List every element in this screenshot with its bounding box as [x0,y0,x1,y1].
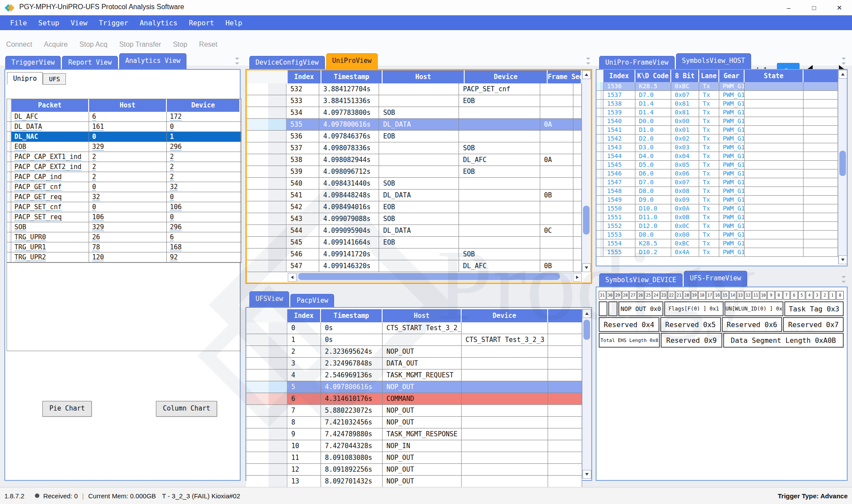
table-row[interactable]: 87.421032456sNOP_OUT [246,417,582,428]
table-row[interactable]: 22.323695624sNOP_OUT [246,346,582,358]
vertical-scrollbar[interactable] [582,70,591,272]
table-row[interactable]: 1552D12.00x0CTxPWM_G1 [597,222,838,231]
table-row[interactable]: 1554K28.50xBCTxPWM_G1 [597,239,838,248]
field-cell[interactable]: NOP OUT 0x0 [618,301,663,316]
table-row[interactable]: 1546D6.00x06TxPWM_G1 [597,169,838,178]
panel-menu-icon[interactable] [234,58,240,63]
table-row[interactable]: 1539D1.40x81TxPWM_G1 [597,108,838,117]
table-row[interactable]: 5374.098078336sSOB [247,142,582,154]
table-row[interactable]: 138.092701432sNOP_OUT [246,476,582,487]
menu-item[interactable]: Trigger [93,19,134,27]
menu-item[interactable]: View [65,19,93,27]
scroll-up-icon[interactable] [838,70,847,79]
toolbar-button[interactable]: Reset [199,41,217,48]
table-row[interactable]: PACP_SET_req1060 [7,212,241,222]
tab[interactable]: UniPro-FrameView [599,56,675,69]
table-row[interactable]: 5414.098448248sDL_DATA0B [247,190,582,201]
vertical-scrollbar[interactable] [838,70,847,264]
scroll-left-icon[interactable] [288,273,297,282]
scroll-down-icon[interactable] [582,263,591,272]
table-row[interactable]: 5474.099146320sDL_AFC0B [247,260,582,272]
table-row[interactable]: 1541D1.00x01TxPWM_G1 [597,126,838,135]
field-cell[interactable]: LUN[WLUN_ID(0) ] 0x2 [724,301,784,316]
table-row[interactable]: 1547D7.00x07TxPWM_G1 [597,178,838,187]
tab[interactable]: SymbolsView_HOST [676,53,752,69]
panel-menu-icon[interactable] [841,58,847,63]
minimize-button[interactable]: – [776,0,801,15]
table-row[interactable]: 5323.884127704sPACP_SET_cnf [247,83,582,95]
panel-menu-icon[interactable] [585,58,591,63]
table-row[interactable]: 75.880223072sNOP_OUT [246,405,582,417]
table-row[interactable]: 5364.097846376sEOB [247,131,582,142]
tab[interactable]: TriggerView [5,56,61,69]
subtab[interactable]: Unipro [7,72,43,85]
table-row[interactable]: 5384.098082944sDL_AFC0A [247,154,582,166]
scrollbar-thumb[interactable] [583,206,590,235]
table-row[interactable]: 1543D3.00x03TxPWM_G1 [597,143,838,152]
horizontal-scrollbar[interactable] [247,272,582,283]
panel-menu-icon[interactable] [841,276,847,281]
tab[interactable]: DeviceConfigView [249,56,325,69]
table-row[interactable]: 5333.884151336sEOB [247,95,582,107]
table-row[interactable]: PACP_SET_cnf0106 [7,202,241,212]
toolbar-button[interactable]: Acquire [44,41,68,48]
toolbar-button[interactable]: Connect [6,41,32,48]
toolbar-button[interactable]: Stop Acq [79,41,107,48]
table-row[interactable]: 1549D9.00x09TxPWM_G1 [597,196,838,204]
menu-item[interactable]: Report [183,19,220,27]
table-row[interactable]: 118.091083080sNOP_OUT [246,452,582,464]
table-row[interactable]: SOB329296 [7,222,241,232]
table-row[interactable]: 5464.099141720sSOB [247,249,582,260]
maximize-button[interactable]: □ [801,0,827,15]
table-row[interactable]: 107.427044328sNOP_IN [246,440,582,452]
field-cell[interactable]: Reserved 0x7 [783,317,844,332]
table-row[interactable]: 5444.099095904sDL_DATA0C [247,225,582,237]
table-row[interactable]: 5434.099079088sSOB [247,213,582,225]
table-row[interactable]: PACP_CAP_EXT2_ind22 [7,162,241,172]
table-row[interactable]: TRG_UPR178168 [7,242,241,252]
field-cell[interactable] [608,301,617,316]
pie-chart-button[interactable]: Pie Chart [42,401,92,417]
table-row[interactable]: 42.546969136sTASK_MGMT_REQUEST [246,369,582,381]
table-row[interactable]: 5394.098096712sEOB [247,166,582,178]
scroll-down-icon[interactable] [583,470,591,479]
field-cell[interactable]: Reserved 0x9 [661,333,722,348]
table-row[interactable]: PACP_GET_req320 [7,192,241,202]
table-row[interactable]: TRG_UPR0266 [7,232,241,242]
scroll-down-icon[interactable] [838,255,847,264]
scroll-up-icon[interactable] [582,70,591,79]
table-row[interactable]: 1545D5.00x05TxPWM_G1 [597,161,838,169]
tab[interactable]: Report View [62,56,117,69]
toolbar-button[interactable]: Stop [173,41,187,48]
table-row[interactable]: 5424.098494016sEOB [247,201,582,213]
table-row[interactable]: 1553D0.00x00TxPWM_G1 [597,231,838,239]
field-cell[interactable]: Reserved 0x4 [599,317,659,332]
toolbar-button[interactable]: Stop Transfer [119,41,161,48]
table-row[interactable]: 5454.099141664sEOB [247,237,582,249]
table-row[interactable]: 128.091892256sNOP_OUT [246,464,582,476]
table-row[interactable]: 1542D2.00x02TxPWM_G1 [597,135,838,143]
table-row[interactable]: 1538D1.40x81TxPWM_G1 [597,100,838,108]
field-cell[interactable]: Flags[F(0) ] 0x1 [664,301,724,316]
tab[interactable]: UFS-FrameView [684,271,747,287]
table-row[interactable]: PACP_CAP_ind22 [7,172,241,182]
table-row[interactable]: PACP_CAP_EXT1_ind22 [7,152,241,162]
field-cell[interactable]: Total EHS Length 0x8 [599,333,660,348]
field-cell[interactable]: Reserved 0x6 [722,317,783,332]
table-row[interactable]: 5344.097783800sSOB [247,107,582,119]
menu-item[interactable]: File [4,19,33,27]
table-row[interactable]: 1544D4.00x04TxPWM_G1 [597,152,838,161]
field-cell[interactable] [599,301,607,316]
table-row[interactable]: 54.097800616sNOP_OUT [246,381,582,393]
scroll-right-icon[interactable] [573,273,582,282]
field-cell[interactable]: Reserved 0x5 [660,317,721,332]
tab[interactable]: PacpView [290,294,334,307]
table-row[interactable]: EOB329296 [7,142,241,152]
table-row[interactable]: 1540D0.00x00TxPWM_G1 [597,117,838,126]
table-row[interactable]: 5354.097800616sDL_DATA0A [247,119,582,131]
scroll-up-icon[interactable] [583,309,591,318]
table-row[interactable]: 1537D7.00x07TxPWM_G1 [597,91,838,100]
scrollbar-thumb[interactable] [583,320,590,340]
table-row[interactable]: DL_AFC6172 [7,112,241,122]
table-row[interactable]: 1536K28.50xBCTxPWM_G1 [597,82,838,91]
